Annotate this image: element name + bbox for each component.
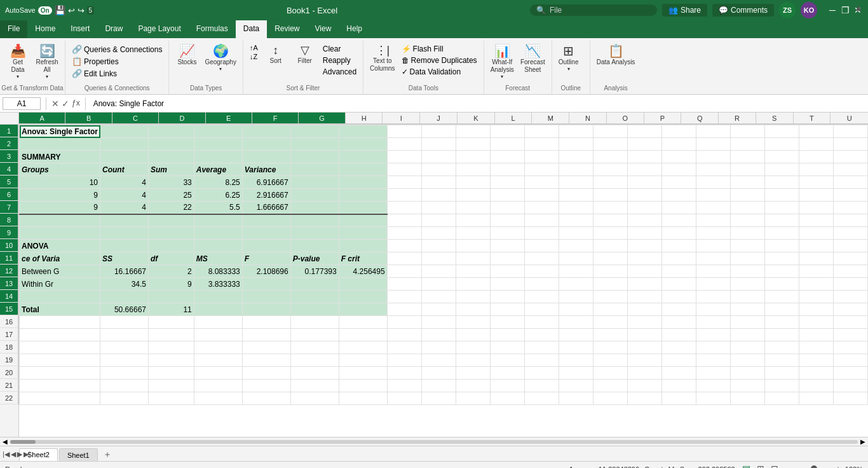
cell-J3[interactable] [456,151,490,163]
cell-U19[interactable] [833,354,867,367]
cell-I22[interactable] [421,392,456,405]
tab-page-layout[interactable]: Page Layout [130,20,188,38]
cell-B19[interactable] [100,354,149,367]
cell-H16[interactable] [387,316,421,329]
cell-J15[interactable] [456,303,490,316]
cell-D13[interactable]: 3.833333 [194,278,242,291]
cell-S12[interactable] [764,265,799,278]
row-num-4[interactable]: 4 [0,163,18,176]
cell-N7[interactable] [593,202,627,214]
cell-E9[interactable] [242,227,290,240]
cell-C3[interactable] [149,151,194,163]
cell-M3[interactable] [559,151,593,163]
cell-K13[interactable] [490,278,524,291]
cell-R12[interactable] [730,265,764,278]
cell-E4[interactable]: Variance [242,163,290,176]
cell-U22[interactable] [833,392,867,405]
cell-T18[interactable] [799,341,833,354]
cell-N10[interactable] [593,240,627,252]
cell-N21[interactable] [593,380,627,392]
cell-Q20[interactable] [696,367,730,380]
cell-C15[interactable]: 11 [149,303,194,316]
cell-K18[interactable] [490,341,524,354]
cell-K22[interactable] [490,392,524,405]
row-num-11[interactable]: 11 [0,252,18,265]
cell-P11[interactable] [661,252,696,265]
cell-N5[interactable] [593,176,627,189]
row-num-5[interactable]: 5 [0,176,18,188]
comments-button[interactable]: 💬 Comments [712,4,774,17]
col-header-T[interactable]: T [794,113,831,124]
cell-C11[interactable]: df [149,252,194,265]
cell-M21[interactable] [559,380,593,392]
cell-P12[interactable] [661,265,696,278]
cell-A12[interactable]: Between G [20,265,100,278]
cell-S7[interactable] [764,202,799,214]
cell-A18[interactable] [20,341,100,354]
cell-H3[interactable] [387,151,421,163]
cell-D21[interactable] [194,380,242,392]
forecast-sheet-button[interactable]: 📉 ForecastSheet [518,43,548,75]
cell-E7[interactable]: 1.666667 [242,202,290,214]
cell-C13[interactable]: 9 [149,278,194,291]
cell-D18[interactable] [194,341,242,354]
cell-Q12[interactable] [696,265,730,278]
cell-P13[interactable] [661,278,696,291]
cell-Q9[interactable] [696,227,730,240]
cell-S19[interactable] [764,354,799,367]
cell-J8[interactable] [456,214,490,227]
cell-A20[interactable] [20,367,100,380]
cell-Q21[interactable] [696,380,730,392]
cell-A7[interactable]: 9 [20,202,100,214]
cell-C16[interactable] [149,316,194,329]
cell-H17[interactable] [387,329,421,341]
cell-S10[interactable] [764,240,799,252]
scrollbar-thumb[interactable] [10,440,36,444]
cell-D15[interactable] [194,303,242,316]
cell-U8[interactable] [833,214,867,227]
cell-P10[interactable] [661,240,696,252]
zoom-in-button[interactable]: ＋ [834,464,843,469]
cell-L5[interactable] [524,176,559,189]
scroll-right-icon[interactable]: ▶ [860,438,865,445]
cell-B9[interactable] [100,227,149,240]
cell-G1[interactable] [339,125,387,138]
scroll-left-icon[interactable]: ◀ [3,438,8,445]
cell-S9[interactable] [764,227,799,240]
cell-S11[interactable] [764,252,799,265]
cell-B5[interactable]: 4 [100,176,149,189]
avatar-ko[interactable]: KO [801,2,817,18]
sheet-nav-last[interactable]: ▶| [24,450,31,458]
cell-N14[interactable] [593,291,627,303]
cell-B21[interactable] [100,380,149,392]
queries-connections-button[interactable]: 🔗 Queries & Connections [69,43,165,55]
sort-button[interactable]: ↕ Sort [262,43,290,66]
cell-L10[interactable] [524,240,559,252]
cell-U21[interactable] [833,380,867,392]
cell-Q1[interactable] [696,125,730,138]
cell-D10[interactable] [194,240,242,252]
cell-S2[interactable] [764,138,799,151]
advanced-button[interactable]: Advanced [320,66,359,78]
cell-G14[interactable] [339,291,387,303]
cell-M9[interactable] [559,227,593,240]
cell-E14[interactable] [242,291,290,303]
cell-H21[interactable] [387,380,421,392]
col-header-U[interactable]: U [831,113,868,124]
cell-H7[interactable] [387,202,421,214]
cell-M13[interactable] [559,278,593,291]
cell-P3[interactable] [661,151,696,163]
cell-R6[interactable] [730,189,764,202]
cell-U9[interactable] [833,227,867,240]
cell-U18[interactable] [833,341,867,354]
row-num-22[interactable]: 22 [0,392,18,404]
cell-M4[interactable] [559,163,593,176]
cell-O8[interactable] [627,214,661,227]
cell-H19[interactable] [387,354,421,367]
cell-J21[interactable] [456,380,490,392]
row-num-16[interactable]: 16 [0,315,18,328]
cell-Q5[interactable] [696,176,730,189]
cell-K19[interactable] [490,354,524,367]
cell-T14[interactable] [799,291,833,303]
cell-T16[interactable] [799,316,833,329]
